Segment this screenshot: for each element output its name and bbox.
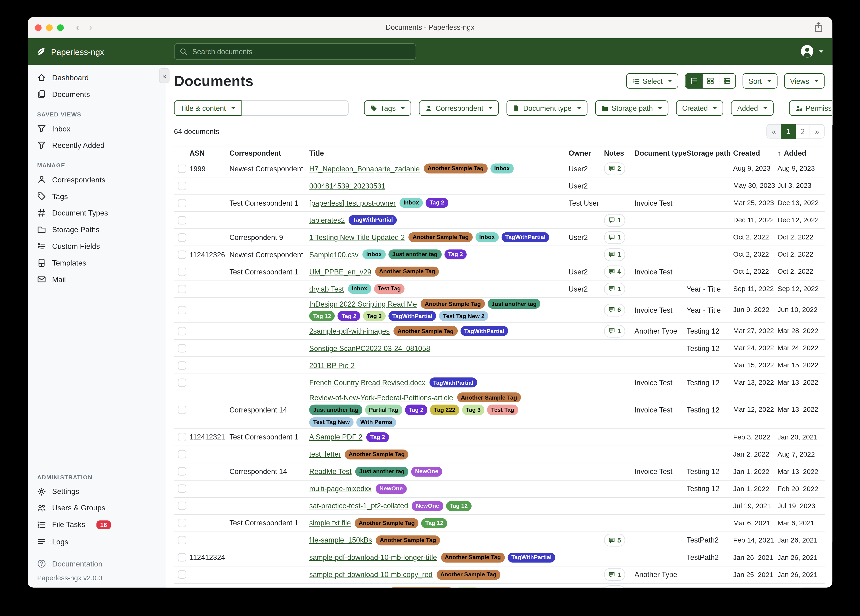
- tag-pill[interactable]: Tag 2: [338, 311, 360, 321]
- tag-pill[interactable]: Another Sample Tag: [424, 163, 488, 173]
- row-checkbox[interactable]: [178, 327, 186, 335]
- column-header-added[interactable]: ↑ Added: [777, 149, 825, 157]
- tag-pill[interactable]: Inbox: [363, 249, 386, 259]
- tag-pill[interactable]: Another Sample Tag: [394, 326, 457, 336]
- tag-pill[interactable]: NewOne: [375, 484, 406, 494]
- zoom-window-button[interactable]: [57, 24, 64, 31]
- filter-document-type-button[interactable]: Document type: [507, 100, 587, 116]
- filter-created-button[interactable]: Created: [676, 100, 723, 116]
- notes-badge[interactable]: 6: [604, 303, 625, 316]
- document-link[interactable]: simple txt file: [309, 519, 351, 527]
- tag-pill[interactable]: Tag 3: [363, 311, 386, 321]
- tag-pill[interactable]: TagWithPartial: [507, 552, 556, 563]
- row-checkbox[interactable]: [178, 216, 186, 224]
- tag-pill[interactable]: Just another tag: [488, 299, 541, 309]
- tag-pill[interactable]: Test Tag: [487, 405, 518, 415]
- row-checkbox[interactable]: [178, 450, 186, 458]
- row-checkbox[interactable]: [178, 405, 186, 414]
- sidebar-item-dashboard[interactable]: Dashboard: [28, 69, 166, 86]
- tag-pill[interactable]: NewOne: [412, 501, 443, 511]
- notes-badge[interactable]: 4: [604, 265, 625, 278]
- tag-pill[interactable]: Another Sample Tag: [390, 587, 454, 587]
- document-link[interactable]: sample-pdf-download-10-mb copy_red: [309, 570, 432, 579]
- sidebar-item-storage-paths[interactable]: Storage Paths: [28, 221, 166, 238]
- filter-correspondent-button[interactable]: Correspondent: [419, 100, 499, 116]
- tag-pill[interactable]: Inbox: [400, 198, 423, 208]
- tag-pill[interactable]: Another Sample Tag: [436, 569, 500, 580]
- column-header-doctype[interactable]: Document type: [634, 149, 687, 157]
- toggle-list-view[interactable]: [685, 74, 702, 88]
- document-link[interactable]: 2011 BP Pie 2: [309, 361, 355, 369]
- sidebar-item-settings[interactable]: Settings: [28, 483, 166, 500]
- tag-pill[interactable]: Partial Tag: [365, 405, 402, 415]
- column-header-owner[interactable]: Owner: [568, 149, 604, 157]
- notes-badge[interactable]: 4: [604, 586, 625, 588]
- select-button[interactable]: Select: [626, 73, 678, 89]
- sidebar-item-correspondents[interactable]: Correspondents: [28, 171, 166, 188]
- column-header-storagepath[interactable]: Storage path: [687, 149, 733, 157]
- row-checkbox[interactable]: [178, 267, 186, 276]
- tag-pill[interactable]: Another Sample Tag: [345, 449, 409, 459]
- page-prev-button[interactable]: «: [766, 124, 782, 138]
- sidebar-item-inbox[interactable]: Inbox: [28, 120, 166, 137]
- column-header-created[interactable]: Created: [733, 149, 778, 157]
- tag-pill[interactable]: Tag 2: [444, 249, 467, 259]
- tag-pill[interactable]: Tag 12: [421, 518, 447, 528]
- page-1-button[interactable]: 1: [781, 124, 796, 138]
- row-checkbox[interactable]: [178, 536, 186, 544]
- row-checkbox[interactable]: [178, 181, 186, 190]
- tag-pill[interactable]: With Perms: [356, 417, 396, 427]
- sidebar-item-custom-fields[interactable]: Custom Fields: [28, 238, 166, 255]
- tag-pill[interactable]: Tag 2: [366, 432, 389, 442]
- notes-badge[interactable]: 1: [604, 231, 625, 244]
- tag-pill[interactable]: Inbox: [475, 232, 499, 242]
- filter-storage-path-button[interactable]: Storage path: [595, 100, 669, 116]
- document-link[interactable]: file-sample_150kBs: [309, 536, 372, 544]
- sidebar-item-logs[interactable]: Logs: [28, 533, 166, 550]
- filter-query-input[interactable]: [242, 100, 348, 116]
- tag-pill[interactable]: NewOne: [411, 467, 442, 476]
- toggle-card-view[interactable]: [719, 74, 735, 88]
- sidebar-item-file-tasks[interactable]: File Tasks16: [28, 517, 166, 533]
- row-checkbox[interactable]: [178, 502, 186, 510]
- document-link[interactable]: French Country Bread Revised.docx: [309, 379, 425, 387]
- tag-pill[interactable]: Test Tag New 2: [439, 311, 488, 321]
- notes-badge[interactable]: 1: [604, 325, 625, 337]
- collapse-sidebar-button[interactable]: «: [159, 68, 170, 83]
- notes-badge[interactable]: 1: [604, 283, 625, 295]
- tag-pill[interactable]: Just another tag: [388, 249, 441, 259]
- tag-pill[interactable]: Another Sample Tag: [375, 266, 439, 277]
- document-link[interactable]: Sonstige ScanPC2022 03-24_081058: [309, 344, 430, 352]
- tag-pill[interactable]: Tag 222: [430, 405, 459, 415]
- sidebar-item-document-types[interactable]: Document Types: [28, 204, 166, 221]
- tag-pill[interactable]: Test Tag New: [309, 417, 353, 427]
- document-link[interactable]: [paperless] test post-owner: [309, 199, 396, 207]
- sidebar-item-mail[interactable]: Mail: [28, 271, 166, 288]
- back-button[interactable]: ‹: [76, 23, 79, 32]
- row-checkbox[interactable]: [178, 233, 186, 241]
- column-header-title[interactable]: Title: [309, 149, 568, 157]
- document-link[interactable]: drylab Test: [309, 284, 344, 293]
- filter-field-selector[interactable]: Title & content: [174, 100, 241, 116]
- tag-pill[interactable]: Another Sample Tag: [457, 393, 521, 402]
- tag-pill[interactable]: Inbox: [348, 284, 371, 294]
- filter-tags-button[interactable]: Tags: [364, 100, 411, 116]
- document-link[interactable]: InDesign 2022 Scripting Read Me: [309, 300, 417, 308]
- search-input[interactable]: [191, 47, 416, 57]
- document-link[interactable]: tablerates2: [309, 216, 345, 224]
- tag-pill[interactable]: Tag 2: [425, 198, 448, 208]
- tag-pill[interactable]: Just another tag: [355, 467, 408, 476]
- document-link[interactable]: A Sample PDF 2: [309, 433, 363, 441]
- tag-pill[interactable]: Another Sample Tag: [441, 552, 505, 563]
- tag-pill[interactable]: TagWithPartial: [349, 215, 397, 225]
- row-checkbox[interactable]: [178, 164, 186, 173]
- document-link[interactable]: H7_Napoleon_Bonaparte_zadanie: [309, 164, 420, 173]
- tag-pill[interactable]: TagWithPartial: [501, 232, 549, 242]
- views-button[interactable]: Views: [784, 73, 825, 89]
- column-header-notes[interactable]: Notes: [604, 149, 634, 157]
- notes-badge[interactable]: 5: [604, 534, 625, 547]
- notes-badge[interactable]: 1: [604, 214, 625, 226]
- row-checkbox[interactable]: [178, 250, 186, 258]
- document-link[interactable]: 0004814539_20230531: [309, 181, 385, 190]
- sidebar-item-tags[interactable]: Tags: [28, 188, 166, 204]
